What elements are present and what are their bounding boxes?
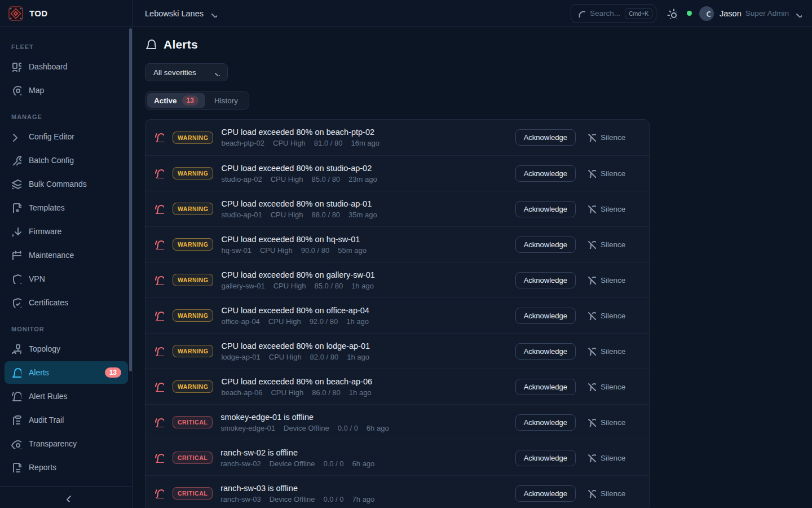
tab-active-label: Active (154, 97, 177, 105)
alert-value: 88.0 / 80 (312, 211, 341, 219)
sidebar-item-label: Batch Config (29, 156, 74, 165)
sidebar-section: FLEET Dashboard Map (0, 33, 133, 102)
severity-filter-dropdown[interactable]: All severities (145, 63, 228, 81)
file-text-icon (11, 462, 21, 472)
silence-button[interactable]: Silence (588, 489, 637, 498)
acknowledge-button[interactable]: Acknowledge (515, 343, 576, 360)
alert-device: gallery-sw-01 (221, 282, 264, 290)
alert-title: ranch-sw-03 is offline (220, 484, 374, 493)
silence-button[interactable]: Silence (588, 312, 637, 320)
sidebar-collapse-button[interactable] (0, 486, 133, 508)
severity-badge: WARNING (173, 345, 213, 357)
bell-off-icon (588, 418, 596, 427)
sidebar-item-audit-trail[interactable]: Audit Trail (5, 409, 128, 431)
alert-value: 81.0 / 80 (314, 139, 343, 147)
search-shortcut-chip: Cmd+K (625, 8, 652, 19)
alert-age: 6h ago (352, 459, 375, 468)
acknowledge-button[interactable]: Acknowledge (515, 379, 576, 395)
acknowledge-button[interactable]: Acknowledge (515, 414, 576, 431)
search-input[interactable]: Search... Cmd+K (571, 4, 656, 23)
alert-title: smokey-edge-01 is offline (220, 413, 389, 422)
silence-label: Silence (601, 347, 625, 356)
alerts-count-badge: 13 (105, 367, 121, 378)
alert-type: CPU High (260, 246, 293, 255)
avatar[interactable] (699, 6, 714, 21)
sidebar-item-firmware[interactable]: Firmware (5, 220, 128, 243)
alerts-page: Alerts All severities Active 13 History … (133, 27, 812, 508)
acknowledge-button[interactable]: Acknowledge (515, 237, 576, 253)
alert-age: 16m ago (351, 139, 379, 147)
sidebar-item-alerts[interactable]: Alerts 13 (5, 361, 128, 384)
silence-button[interactable]: Silence (588, 383, 637, 391)
severity-badge: CRITICAL (173, 487, 213, 500)
section-items: Dashboard Map (0, 55, 133, 102)
chevron-down-icon (209, 9, 217, 17)
page-title: Alerts (164, 38, 198, 51)
alert-device: office-ap-04 (221, 317, 259, 326)
bell-off-icon (588, 312, 596, 320)
silence-button[interactable]: Silence (588, 133, 637, 142)
sidebar-item-vpn[interactable]: VPN (5, 268, 128, 290)
silence-button[interactable]: Silence (588, 169, 637, 178)
alert-title: CPU load exceeded 80% on beach-ap-06 (221, 377, 372, 386)
silence-button[interactable]: Silence (588, 205, 637, 213)
sidebar-item-templates[interactable]: Templates (5, 196, 128, 219)
alert-row: WARNING CPU load exceeded 80% on office-… (145, 297, 649, 333)
acknowledge-button[interactable]: Acknowledge (515, 201, 576, 217)
org-switcher[interactable]: Lebowski Lanes (145, 9, 217, 18)
clipboard-icon (11, 415, 21, 425)
tab-active[interactable]: Active 13 (147, 93, 205, 108)
bell-off-icon (588, 240, 596, 249)
alert-type: CPU High (271, 175, 303, 183)
silence-button[interactable]: Silence (588, 454, 637, 462)
sidebar-item-certificates[interactable]: Certificates (5, 291, 128, 314)
alert-device: ranch-sw-02 (220, 459, 261, 468)
tab-history[interactable]: History (205, 97, 247, 105)
file-icon (11, 203, 21, 213)
sidebar-item-topology[interactable]: Topology (5, 338, 128, 360)
app-name: TOD (29, 8, 47, 18)
sidebar-item-dashboard[interactable]: Dashboard (5, 55, 128, 78)
alert-value: 85.0 / 80 (312, 175, 341, 183)
app-window: TOD Lebowski Lanes Search... Cmd+K (0, 0, 812, 508)
sidebar-item-batch-config[interactable]: Batch Config (5, 149, 128, 172)
acknowledge-button[interactable]: Acknowledge (515, 308, 576, 324)
section-items: Config Editor Batch Config Bulk Commands… (0, 125, 133, 314)
silence-button[interactable]: Silence (588, 418, 637, 427)
sidebar-item-label: Reports (29, 463, 56, 472)
alert-title: ranch-sw-02 is offline (220, 448, 374, 457)
alert-value: 0.0 / 0 (338, 424, 358, 432)
silence-button[interactable]: Silence (588, 276, 637, 284)
sidebar-item-alert-rules[interactable]: Alert Rules (5, 385, 128, 408)
calendar-icon (11, 250, 21, 260)
acknowledge-button[interactable]: Acknowledge (515, 450, 576, 466)
severity-badge: WARNING (173, 132, 213, 144)
sidebar-scrollbar[interactable] (129, 28, 132, 371)
alert-row: WARNING CPU load exceeded 80% on beach-a… (145, 369, 649, 404)
bell-ring-icon (155, 275, 164, 285)
sidebar-item-reports[interactable]: Reports (5, 456, 128, 479)
sidebar-item-bulk-commands[interactable]: Bulk Commands (5, 173, 128, 195)
alert-row: CRITICAL ranch-sw-02 is offline ranch-sw… (145, 440, 649, 475)
alert-row: WARNING CPU load exceeded 80% on studio-… (145, 155, 649, 191)
acknowledge-button[interactable]: Acknowledge (515, 129, 576, 146)
sidebar-item-config-editor[interactable]: Config Editor (5, 125, 128, 148)
alert-row: WARNING CPU load exceeded 80% on lodge-a… (145, 333, 649, 369)
search-icon (577, 10, 585, 17)
severity-badge: WARNING (173, 238, 213, 251)
bell-off-icon (588, 133, 596, 142)
user-menu-button[interactable] (793, 9, 802, 17)
severity-badge: CRITICAL (173, 416, 213, 428)
app-logo-icon (8, 6, 23, 21)
sidebar-item-transparency[interactable]: Transparency (5, 432, 128, 455)
theme-toggle-button[interactable] (667, 8, 677, 19)
bell-off-icon (588, 169, 596, 178)
sidebar-item-maintenance[interactable]: Maintenance (5, 244, 128, 266)
silence-button[interactable]: Silence (588, 347, 637, 356)
layers-icon (11, 179, 21, 189)
acknowledge-button[interactable]: Acknowledge (515, 272, 576, 288)
acknowledge-button[interactable]: Acknowledge (515, 485, 576, 502)
silence-button[interactable]: Silence (588, 240, 637, 249)
acknowledge-button[interactable]: Acknowledge (515, 165, 576, 182)
sidebar-item-map[interactable]: Map (5, 79, 128, 102)
